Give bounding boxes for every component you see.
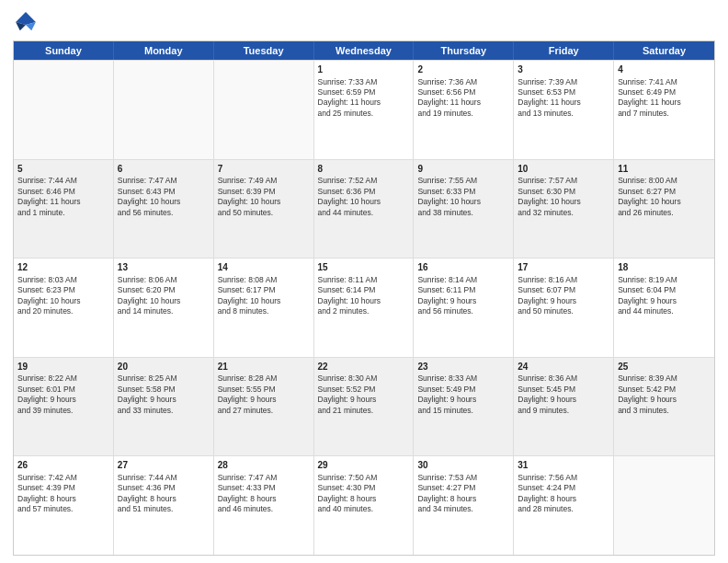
day-detail: Sunset: 6:20 PM <box>118 285 210 295</box>
calendar-cell: 15Sunrise: 8:11 AMSunset: 6:14 PMDayligh… <box>314 259 415 357</box>
day-number: 23 <box>417 361 509 373</box>
day-detail: Sunset: 4:27 PM <box>417 483 509 493</box>
day-detail: Sunset: 4:36 PM <box>118 483 210 493</box>
day-detail: and 46 minutes. <box>218 504 310 514</box>
calendar-row: 26Sunrise: 7:42 AMSunset: 4:39 PMDayligh… <box>14 455 714 555</box>
day-detail: Daylight: 9 hours <box>518 296 609 306</box>
day-number: 14 <box>218 261 310 274</box>
day-detail: Sunset: 4:39 PM <box>17 483 109 493</box>
day-detail: Sunset: 6:46 PM <box>17 187 109 197</box>
day-number: 17 <box>518 261 609 274</box>
day-number: 8 <box>318 163 410 176</box>
day-number: 4 <box>618 63 711 76</box>
calendar-cell: 18Sunrise: 8:19 AMSunset: 6:04 PMDayligh… <box>614 259 714 357</box>
day-detail: and 21 minutes. <box>318 406 410 416</box>
day-number: 18 <box>618 261 711 274</box>
calendar-cell: 16Sunrise: 8:14 AMSunset: 6:11 PMDayligh… <box>414 259 514 357</box>
day-detail: and 40 minutes. <box>318 504 410 514</box>
day-detail: Daylight: 9 hours <box>618 296 711 306</box>
day-detail: and 7 minutes. <box>618 109 711 119</box>
day-detail: Sunrise: 7:47 AM <box>118 176 210 186</box>
day-detail: Sunset: 5:58 PM <box>118 385 210 395</box>
day-detail: Daylight: 11 hours <box>318 98 410 108</box>
day-detail: and 44 minutes. <box>318 208 410 218</box>
day-number: 24 <box>518 361 609 373</box>
day-detail: and 28 minutes. <box>518 504 609 514</box>
calendar-cell <box>114 61 214 159</box>
calendar-cell: 9Sunrise: 7:55 AMSunset: 6:33 PMDaylight… <box>414 160 514 259</box>
calendar-cell: 19Sunrise: 8:22 AMSunset: 6:01 PMDayligh… <box>14 358 114 456</box>
day-number: 30 <box>417 459 509 472</box>
day-detail: Sunset: 6:33 PM <box>417 187 509 197</box>
day-detail: Sunrise: 7:39 AM <box>518 77 609 87</box>
calendar-cell: 31Sunrise: 7:56 AMSunset: 4:24 PMDayligh… <box>514 456 614 555</box>
day-detail: Sunset: 4:33 PM <box>218 483 310 493</box>
day-detail: and 50 minutes. <box>518 306 609 316</box>
day-detail: Sunrise: 7:33 AM <box>318 77 410 87</box>
day-detail: Sunset: 5:49 PM <box>417 385 509 395</box>
day-detail: and 32 minutes. <box>518 208 609 218</box>
day-number: 21 <box>218 361 310 373</box>
day-detail: Daylight: 10 hours <box>318 296 410 306</box>
day-detail: and 39 minutes. <box>17 406 109 416</box>
day-detail: Daylight: 10 hours <box>17 296 109 306</box>
day-detail: Sunrise: 7:52 AM <box>318 176 410 186</box>
day-detail: Sunrise: 8:16 AM <box>518 275 609 285</box>
day-detail: and 19 minutes. <box>417 109 509 119</box>
day-detail: Sunrise: 8:06 AM <box>118 275 210 285</box>
day-detail: Sunrise: 8:08 AM <box>218 275 310 285</box>
cal-day-header: Monday <box>114 41 214 60</box>
calendar-cell: 28Sunrise: 7:47 AMSunset: 4:33 PMDayligh… <box>214 456 314 555</box>
calendar-cell: 4Sunrise: 7:41 AMSunset: 6:49 PMDaylight… <box>614 61 714 159</box>
day-detail: and 13 minutes. <box>518 109 609 119</box>
day-detail: Sunrise: 7:50 AM <box>318 473 410 483</box>
calendar-cell: 17Sunrise: 8:16 AMSunset: 6:07 PMDayligh… <box>514 259 614 357</box>
day-detail: Sunset: 6:27 PM <box>618 187 711 197</box>
day-detail: Daylight: 10 hours <box>118 197 210 207</box>
calendar-cell: 25Sunrise: 8:39 AMSunset: 5:42 PMDayligh… <box>614 358 714 456</box>
cal-day-header: Saturday <box>614 41 714 60</box>
day-detail: and 1 minute. <box>17 208 109 218</box>
day-detail: Daylight: 8 hours <box>218 494 310 504</box>
calendar-cell: 30Sunrise: 7:53 AMSunset: 4:27 PMDayligh… <box>414 456 514 555</box>
day-detail: Daylight: 8 hours <box>417 494 509 504</box>
day-detail: and 3 minutes. <box>618 406 711 416</box>
day-detail: Daylight: 10 hours <box>618 197 711 207</box>
day-number: 3 <box>518 63 609 76</box>
day-detail: Sunset: 6:11 PM <box>417 285 509 295</box>
day-number: 13 <box>118 261 210 274</box>
day-detail: Sunset: 6:36 PM <box>318 187 410 197</box>
day-detail: Daylight: 11 hours <box>518 98 609 108</box>
day-detail: Sunrise: 8:25 AM <box>118 373 210 384</box>
day-number: 2 <box>417 63 509 76</box>
day-detail: Sunrise: 7:47 AM <box>218 473 310 483</box>
day-detail: Sunset: 5:55 PM <box>218 385 310 395</box>
day-detail: Daylight: 9 hours <box>318 395 410 405</box>
day-detail: Sunrise: 7:42 AM <box>17 473 109 483</box>
day-detail: and 26 minutes. <box>618 208 711 218</box>
day-detail: Sunset: 6:39 PM <box>218 187 310 197</box>
day-number: 27 <box>118 459 210 472</box>
day-detail: and 57 minutes. <box>17 504 109 514</box>
day-detail: Sunset: 6:17 PM <box>218 285 310 295</box>
day-detail: Sunset: 6:01 PM <box>17 385 109 395</box>
calendar-cell: 11Sunrise: 8:00 AMSunset: 6:27 PMDayligh… <box>614 160 714 259</box>
day-detail: Sunrise: 7:53 AM <box>417 473 509 483</box>
day-detail: Daylight: 10 hours <box>118 296 210 306</box>
calendar-body: 1Sunrise: 7:33 AMSunset: 6:59 PMDaylight… <box>14 60 714 555</box>
cal-day-header: Thursday <box>414 41 514 60</box>
calendar-cell: 23Sunrise: 8:33 AMSunset: 5:49 PMDayligh… <box>414 358 514 456</box>
day-detail: Daylight: 9 hours <box>218 395 310 405</box>
day-detail: and 20 minutes. <box>17 306 109 316</box>
day-number: 5 <box>17 163 109 176</box>
calendar-row: 1Sunrise: 7:33 AMSunset: 6:59 PMDaylight… <box>14 60 714 159</box>
day-detail: Sunrise: 7:36 AM <box>417 77 509 87</box>
cal-day-header: Wednesday <box>314 41 415 60</box>
logo <box>13 9 42 35</box>
day-number: 6 <box>118 163 210 176</box>
calendar-cell: 14Sunrise: 8:08 AMSunset: 6:17 PMDayligh… <box>214 259 314 357</box>
calendar-cell: 3Sunrise: 7:39 AMSunset: 6:53 PMDaylight… <box>514 61 614 159</box>
calendar-cell: 1Sunrise: 7:33 AMSunset: 6:59 PMDaylight… <box>314 61 415 159</box>
day-detail: Daylight: 9 hours <box>118 395 210 405</box>
day-number: 10 <box>518 163 609 176</box>
